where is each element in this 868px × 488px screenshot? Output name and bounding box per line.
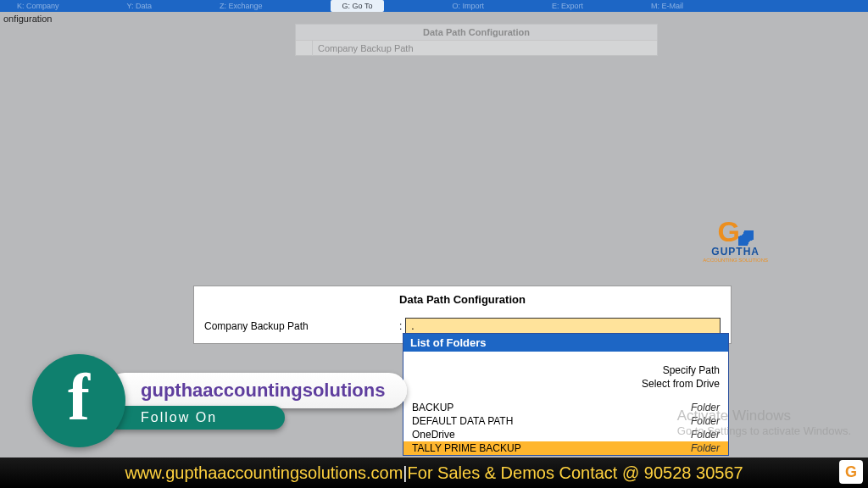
- folder-name: DEFAULT DATA PATH: [412, 415, 691, 427]
- backup-path-input[interactable]: [405, 318, 721, 335]
- brand-logo: G GUPTHA ACCOUNTING SOLUTIONS: [703, 219, 768, 263]
- bg-row-label: Company Backup Path: [313, 43, 657, 53]
- top-menu-bar: K: Company Y: Data Z: Exchange G: Go To …: [0, 0, 868, 12]
- social-handle: gupthaaccountingsolutions: [107, 373, 407, 408]
- bg-panel-title: Data Path Configuration: [296, 25, 657, 40]
- menu-exchange[interactable]: Z: Exchange: [220, 2, 263, 10]
- menu-export[interactable]: E: Export: [552, 2, 583, 10]
- option-select-drive[interactable]: Select from Drive: [403, 377, 720, 391]
- footer-bar: www.gupthaaccountingsolutions.com | For …: [0, 458, 868, 488]
- footer-contact: For Sales & Demos Contact @ 90528 30567: [408, 463, 743, 483]
- menu-email[interactable]: M: E-Mail: [651, 2, 683, 10]
- folder-name: TALLY PRIME BACKUP: [412, 442, 691, 454]
- menu-data[interactable]: Y: Data: [127, 2, 153, 10]
- footer-site: www.gupthaaccountingsolutions.com: [125, 463, 403, 483]
- backup-path-label: Company Backup Path: [204, 320, 399, 332]
- brand-name: GUPTHA: [703, 246, 768, 258]
- corner-logo: G: [839, 460, 863, 484]
- windows-watermark: Activate Windows Go to Settings to activ…: [677, 408, 851, 437]
- list-item-selected[interactable]: TALLY PRIME BACKUP Folder: [403, 441, 728, 455]
- menu-import[interactable]: O: Import: [452, 2, 484, 10]
- social-overlay: f gupthaaccountingsolutions Follow On: [32, 354, 407, 447]
- follow-on-label: Follow On: [107, 406, 285, 430]
- background-panel: Data Path Configuration Company Backup P…: [295, 24, 658, 56]
- menu-goto[interactable]: G: Go To: [331, 0, 385, 12]
- watermark-sub: Go to Settings to activate Windows.: [677, 424, 851, 437]
- panel-title: Data Path Configuration: [194, 286, 731, 318]
- option-specify-path[interactable]: Specify Path: [403, 363, 720, 377]
- folder-name: OneDrive: [412, 429, 691, 441]
- brand-sub: ACCOUNTING SOLUTIONS: [703, 258, 768, 263]
- watermark-title: Activate Windows: [677, 408, 851, 424]
- dropdown-header: List of Folders: [403, 334, 728, 352]
- bg-checkbox: [296, 41, 313, 56]
- menu-company[interactable]: K: Company: [17, 2, 59, 10]
- leaf-icon: [738, 230, 754, 246]
- folder-type: Folder: [691, 442, 720, 454]
- facebook-icon: f: [32, 354, 125, 447]
- colon: :: [399, 320, 402, 332]
- folder-name: BACKUP: [412, 402, 691, 413]
- folder-list-dropdown: List of Folders Specify Path Select from…: [403, 333, 729, 456]
